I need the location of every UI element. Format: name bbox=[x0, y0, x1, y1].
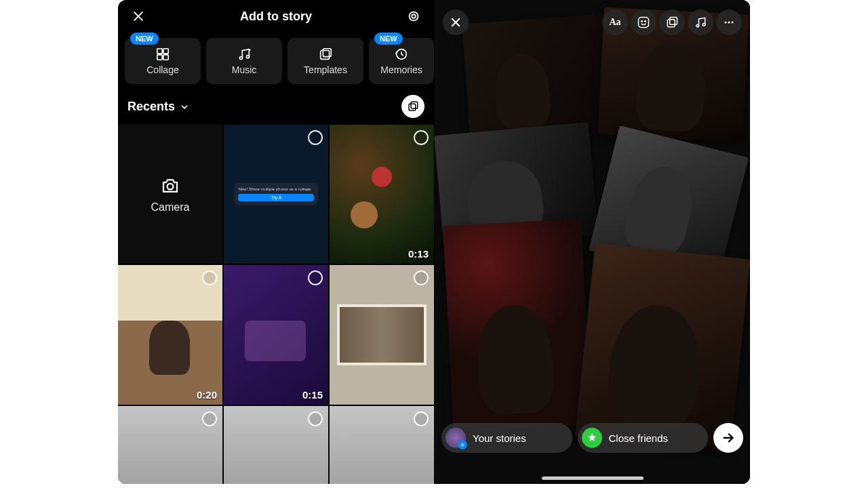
story-type-label: Music bbox=[232, 64, 257, 75]
page-title: Add to story bbox=[240, 9, 312, 24]
multi-select-button[interactable] bbox=[401, 95, 425, 118]
svg-point-20 bbox=[703, 24, 705, 26]
svg-point-16 bbox=[645, 21, 646, 22]
story-type-memories[interactable]: NEW Memories bbox=[369, 38, 434, 84]
media-item[interactable]: 0:20 bbox=[118, 265, 222, 404]
stack-icon bbox=[407, 100, 419, 113]
text-tool-button[interactable]: Aa bbox=[602, 9, 628, 35]
close-icon[interactable] bbox=[127, 5, 149, 27]
selection-circle[interactable] bbox=[202, 411, 217, 426]
your-stories-label: Your stories bbox=[473, 432, 526, 444]
video-duration: 0:13 bbox=[408, 248, 429, 260]
selection-circle[interactable] bbox=[414, 411, 429, 426]
camera-icon bbox=[160, 176, 180, 196]
camera-label: Camera bbox=[151, 201, 190, 214]
svg-rect-8 bbox=[321, 51, 330, 60]
svg-point-22 bbox=[728, 22, 730, 24]
close-icon bbox=[450, 16, 462, 28]
album-selector-row: Recents bbox=[118, 92, 434, 125]
left-header: Add to story bbox=[118, 0, 434, 33]
close-friends-button[interactable]: Close friends bbox=[578, 423, 709, 453]
templates-icon bbox=[318, 47, 333, 62]
collage-photo[interactable] bbox=[443, 219, 592, 432]
more-horizontal-icon bbox=[722, 16, 736, 29]
share-row: Your stories Close friends bbox=[435, 423, 750, 453]
avatar-icon bbox=[446, 428, 466, 448]
svg-point-19 bbox=[696, 24, 699, 27]
svg-rect-14 bbox=[639, 18, 649, 28]
svg-point-1 bbox=[412, 14, 416, 18]
album-label: Recents bbox=[127, 100, 175, 113]
story-type-collage[interactable]: NEW Collage bbox=[125, 38, 201, 84]
svg-point-0 bbox=[410, 12, 418, 21]
music-note-icon bbox=[694, 16, 707, 29]
new-badge: NEW bbox=[374, 33, 403, 45]
svg-point-21 bbox=[725, 22, 727, 24]
stack-plus-icon bbox=[665, 16, 679, 29]
music-tool-button[interactable] bbox=[688, 9, 713, 35]
mini-modal-cta: Try it bbox=[238, 194, 313, 201]
svg-rect-3 bbox=[163, 49, 168, 54]
selection-circle[interactable] bbox=[308, 411, 323, 426]
selection-circle[interactable] bbox=[414, 130, 429, 145]
svg-rect-9 bbox=[323, 49, 331, 57]
story-type-templates[interactable]: Templates bbox=[288, 38, 363, 84]
story-type-row: NEW Collage Music Templates NEW Memories bbox=[118, 33, 434, 92]
story-type-music[interactable]: Music bbox=[206, 38, 282, 84]
svg-point-6 bbox=[239, 56, 242, 59]
media-item[interactable]: New! Share multiple photos as a collage … bbox=[224, 125, 328, 264]
chevron-down-icon bbox=[180, 102, 189, 112]
add-to-story-pane: Add to story NEW Collage Music Templates… bbox=[118, 0, 434, 484]
album-dropdown[interactable]: Recents bbox=[127, 100, 189, 114]
svg-rect-11 bbox=[409, 104, 416, 110]
svg-point-15 bbox=[642, 21, 643, 22]
selection-circle[interactable] bbox=[308, 270, 323, 285]
your-stories-button[interactable]: Your stories bbox=[441, 423, 572, 453]
media-item[interactable] bbox=[118, 406, 222, 484]
sticker-smile-icon bbox=[637, 16, 650, 29]
svg-rect-4 bbox=[157, 55, 162, 60]
media-item[interactable] bbox=[330, 265, 434, 404]
svg-point-13 bbox=[167, 184, 174, 190]
new-badge: NEW bbox=[130, 33, 159, 45]
svg-point-7 bbox=[246, 56, 249, 58]
home-indicator bbox=[542, 476, 644, 480]
story-type-label: Memories bbox=[380, 64, 422, 75]
arrow-right-icon bbox=[721, 430, 736, 445]
svg-rect-2 bbox=[157, 49, 162, 54]
svg-rect-12 bbox=[411, 102, 418, 108]
text-icon: Aa bbox=[609, 17, 620, 28]
more-options-button[interactable] bbox=[716, 9, 742, 35]
svg-rect-17 bbox=[667, 20, 675, 27]
close-friends-label: Close friends bbox=[609, 432, 669, 444]
selection-circle[interactable] bbox=[202, 270, 217, 285]
media-item[interactable]: 0:15 bbox=[224, 265, 328, 404]
svg-rect-5 bbox=[163, 55, 168, 60]
memories-icon bbox=[394, 47, 409, 62]
story-editor-pane: Aa Your stories Close bbox=[434, 0, 750, 484]
video-duration: 0:20 bbox=[197, 389, 217, 401]
settings-gear-icon[interactable] bbox=[403, 5, 425, 27]
selection-circle[interactable] bbox=[414, 270, 429, 285]
media-item[interactable] bbox=[330, 406, 434, 484]
collage-canvas[interactable] bbox=[435, 0, 750, 484]
story-type-label: Collage bbox=[146, 64, 178, 75]
editor-toolbar: Aa bbox=[435, 4, 750, 41]
selection-circle[interactable] bbox=[308, 130, 323, 145]
story-type-label: Templates bbox=[304, 64, 347, 75]
close-editor-button[interactable] bbox=[443, 9, 469, 35]
sticker-tool-button[interactable] bbox=[631, 9, 656, 35]
media-item[interactable] bbox=[224, 406, 328, 484]
music-icon bbox=[237, 47, 252, 62]
collage-photo[interactable] bbox=[575, 243, 750, 453]
collage-icon bbox=[155, 47, 170, 62]
svg-rect-18 bbox=[670, 18, 677, 25]
screenshot-preview: New! Share multiple photos as a collage … bbox=[234, 183, 317, 205]
send-button[interactable] bbox=[713, 423, 743, 453]
media-item[interactable]: 0:13 bbox=[330, 125, 434, 264]
video-duration: 0:15 bbox=[302, 389, 323, 401]
add-media-button[interactable] bbox=[659, 9, 685, 35]
camera-cell[interactable]: Camera bbox=[118, 125, 222, 264]
svg-point-23 bbox=[732, 22, 734, 24]
mini-modal-title: New! Share multiple photos as a collage bbox=[238, 187, 313, 191]
